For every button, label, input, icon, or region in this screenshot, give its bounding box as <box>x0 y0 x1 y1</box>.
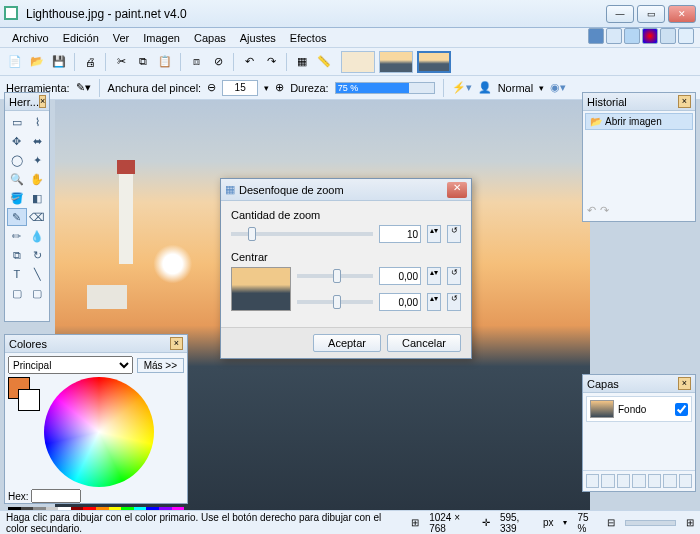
width-minus-icon[interactable]: ⊖ <box>207 81 216 94</box>
deselect-icon[interactable]: ⊘ <box>209 53 227 71</box>
rect-select-tool[interactable]: ▭ <box>7 113 27 131</box>
crop-icon[interactable]: ⧈ <box>187 53 205 71</box>
move-sel-tool[interactable]: ⬌ <box>28 132 48 150</box>
center-preview[interactable] <box>231 267 291 311</box>
brush-icon[interactable]: ✎▾ <box>76 81 91 94</box>
redo-icon[interactable]: ↷ <box>262 53 280 71</box>
eraser-tool[interactable]: ⌫ <box>28 208 48 226</box>
layer-props-icon[interactable] <box>679 474 692 488</box>
duplicate-layer-icon[interactable] <box>617 474 630 488</box>
cut-icon[interactable]: ✂ <box>112 53 130 71</box>
ellipse-select-tool[interactable]: ◯ <box>7 151 27 169</box>
document-thumb-3[interactable] <box>417 51 451 73</box>
color-wheel[interactable] <box>44 377 154 487</box>
center-y-slider[interactable] <box>297 300 373 304</box>
zoom-amount-stepper[interactable]: ▴▾ <box>427 225 441 243</box>
move-tool[interactable]: ✥ <box>7 132 27 150</box>
width-plus-icon[interactable]: ⊕ <box>275 81 284 94</box>
alpha-icon[interactable]: 👤 <box>478 81 492 94</box>
maximize-button[interactable]: ▭ <box>637 5 665 23</box>
zoom-out-icon[interactable]: ⊟ <box>607 517 615 528</box>
rect-tool[interactable]: ▢ <box>7 284 27 302</box>
center-y-reset-icon[interactable]: ↺ <box>447 293 461 311</box>
zoom-slider[interactable] <box>625 520 676 526</box>
new-icon[interactable]: 📄 <box>6 53 24 71</box>
print-icon[interactable]: 🖨 <box>81 53 99 71</box>
history-toggle-icon[interactable] <box>606 28 622 44</box>
history-item[interactable]: 📂Abrir imagen <box>585 113 693 130</box>
color-mode-select[interactable]: Principal <box>8 356 133 374</box>
shape-tool[interactable]: ▢ <box>28 284 48 302</box>
zoom-amount-reset-icon[interactable]: ↺ <box>447 225 461 243</box>
document-thumb-2[interactable] <box>379 51 413 73</box>
paste-icon[interactable]: 📋 <box>156 53 174 71</box>
colors-panel-close-icon[interactable]: × <box>170 337 183 350</box>
document-thumb-1[interactable] <box>341 51 375 73</box>
layer-up-icon[interactable] <box>648 474 661 488</box>
bucket-tool[interactable]: 🪣 <box>7 189 27 207</box>
gradient-tool[interactable]: ◧ <box>28 189 48 207</box>
zoom-tool[interactable]: 🔍 <box>7 170 27 188</box>
delete-layer-icon[interactable] <box>601 474 614 488</box>
wand-tool[interactable]: ✦ <box>28 151 48 169</box>
line-tool[interactable]: ╲ <box>28 265 48 283</box>
pencil-tool[interactable]: ✏ <box>7 227 27 245</box>
center-y-stepper[interactable]: ▴▾ <box>427 293 441 311</box>
layers-toggle-icon[interactable] <box>624 28 640 44</box>
dialog-close-icon[interactable]: ✕ <box>447 182 467 198</box>
clone-tool[interactable]: ⧉ <box>7 246 27 264</box>
minimize-button[interactable]: — <box>606 5 634 23</box>
zoom-amount-slider[interactable] <box>231 232 373 236</box>
cancel-button[interactable]: Cancelar <box>387 334 461 352</box>
recolor-tool[interactable]: ↻ <box>28 246 48 264</box>
history-undo-icon[interactable]: ↶ <box>587 204 596 217</box>
menu-view[interactable]: Ver <box>107 31 136 45</box>
center-x-stepper[interactable]: ▴▾ <box>427 267 441 285</box>
center-x-reset-icon[interactable]: ↺ <box>447 267 461 285</box>
pan-tool[interactable]: ✋ <box>28 170 48 188</box>
center-y-input[interactable] <box>379 293 421 311</box>
colors-toggle-icon[interactable] <box>642 28 658 44</box>
history-redo-icon[interactable]: ↷ <box>600 204 609 217</box>
hardness-slider[interactable]: 75 % <box>335 82 435 94</box>
undo-icon[interactable]: ↶ <box>240 53 258 71</box>
blend-mode-select[interactable]: Normal <box>498 82 533 94</box>
picker-tool[interactable]: 💧 <box>28 227 48 245</box>
open-icon[interactable]: 📂 <box>28 53 46 71</box>
close-button[interactable]: ✕ <box>668 5 696 23</box>
text-tool[interactable]: T <box>7 265 27 283</box>
center-x-slider[interactable] <box>297 274 373 278</box>
fill-icon[interactable]: ◉▾ <box>550 81 566 94</box>
tools-panel-close-icon[interactable]: × <box>39 95 46 108</box>
antialias-icon[interactable]: ⚡▾ <box>452 81 472 94</box>
layer-visible-checkbox[interactable] <box>675 403 688 416</box>
menu-edit[interactable]: Edición <box>57 31 105 45</box>
more-button[interactable]: Más >> <box>137 358 184 373</box>
menu-file[interactable]: Archivo <box>6 31 55 45</box>
zoom-amount-input[interactable] <box>379 225 421 243</box>
history-panel-close-icon[interactable]: × <box>678 95 691 108</box>
save-icon[interactable]: 💾 <box>50 53 68 71</box>
merge-layer-icon[interactable] <box>632 474 645 488</box>
layer-down-icon[interactable] <box>663 474 676 488</box>
hex-input[interactable] <box>31 489 81 503</box>
menu-image[interactable]: Imagen <box>137 31 186 45</box>
brush-width-input[interactable] <box>222 80 258 96</box>
help-icon[interactable] <box>678 28 694 44</box>
tools-toggle-icon[interactable] <box>588 28 604 44</box>
ruler-icon[interactable]: 📏 <box>315 53 333 71</box>
layer-item[interactable]: Fondo <box>586 396 692 422</box>
ok-button[interactable]: Aceptar <box>313 334 381 352</box>
add-layer-icon[interactable] <box>586 474 599 488</box>
layers-panel-close-icon[interactable]: × <box>678 377 691 390</box>
menu-layers[interactable]: Capas <box>188 31 232 45</box>
zoom-in-icon[interactable]: ⊞ <box>686 517 694 528</box>
settings-icon[interactable] <box>660 28 676 44</box>
secondary-color-swatch[interactable] <box>18 389 40 411</box>
center-x-input[interactable] <box>379 267 421 285</box>
copy-icon[interactable]: ⧉ <box>134 53 152 71</box>
paintbrush-tool[interactable]: ✎ <box>7 208 27 226</box>
lasso-tool[interactable]: ⌇ <box>28 113 48 131</box>
menu-effects[interactable]: Efectos <box>284 31 333 45</box>
grid-icon[interactable]: ▦ <box>293 53 311 71</box>
